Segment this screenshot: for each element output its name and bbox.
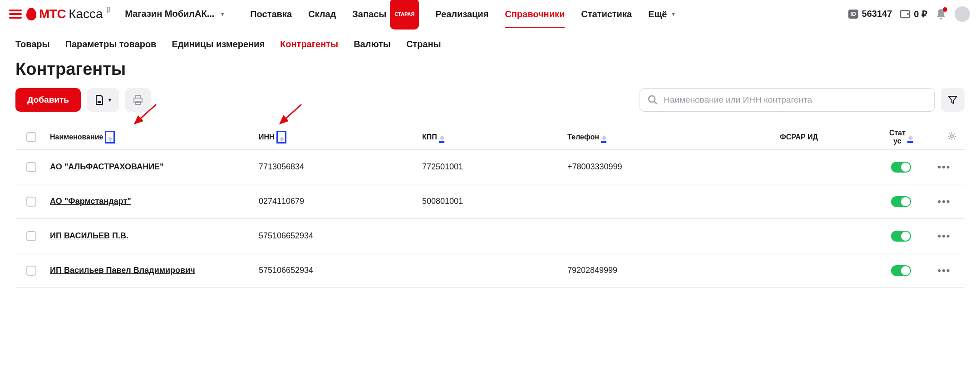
notification-dot: [943, 7, 947, 12]
chevron-down-icon: ▼: [670, 0, 676, 28]
notifications-button[interactable]: [936, 8, 946, 20]
nav-more[interactable]: Ещё ▼: [648, 0, 676, 28]
row-checkbox[interactable]: [26, 197, 36, 207]
table-row: АО "АЛЬФАСТРАХОВАНИЕ"7713056834772501001…: [15, 150, 965, 184]
account-id[interactable]: ID 563147: [848, 9, 892, 19]
th-inn[interactable]: ИНН: [259, 131, 422, 143]
svg-point-7: [649, 96, 655, 102]
cell-kpp: 500801001: [422, 197, 567, 206]
svg-point-1: [907, 13, 909, 15]
table-header: Наименование ИНН КПП Телефон ФСРАР ИД Ст…: [15, 124, 965, 150]
wallet-amount: 0 ₽: [914, 9, 927, 20]
store-name: Магазин МобилАК...: [125, 9, 214, 19]
svg-rect-4: [134, 98, 142, 103]
filter-icon: [948, 95, 958, 105]
logo-text-kassa: Касса: [69, 7, 103, 21]
counterparty-name-link[interactable]: АО "АЛЬФАСТРАХОВАНИЕ": [50, 162, 164, 171]
status-toggle[interactable]: [891, 162, 911, 173]
nav-sales[interactable]: Реализация: [435, 0, 488, 28]
row-checkbox[interactable]: [26, 162, 36, 172]
svg-point-11: [950, 135, 953, 138]
tab-currencies[interactable]: Валюты: [354, 39, 391, 49]
table-settings-button[interactable]: [947, 132, 956, 143]
page-title: Контрагенты: [15, 59, 965, 79]
row-actions-button[interactable]: •••: [937, 265, 950, 277]
old-badge: СТАРАЯ: [390, 0, 419, 30]
sub-tabs: Товары Параметры товаров Единицы измерен…: [0, 28, 980, 54]
th-fsrar[interactable]: ФСРАР ИД: [726, 133, 872, 141]
hamburger-menu[interactable]: [9, 10, 22, 19]
document-icon: [94, 94, 105, 105]
counterparty-name-link[interactable]: АО "Фармстандарт": [50, 197, 131, 206]
nav-directories[interactable]: Справочники: [505, 0, 565, 28]
svg-rect-3: [98, 101, 101, 103]
search-box[interactable]: [640, 88, 935, 112]
gear-icon: [947, 132, 956, 141]
cell-inn: 0274110679: [259, 197, 422, 206]
row-checkbox[interactable]: [26, 231, 36, 241]
add-button[interactable]: Добавить: [15, 88, 81, 112]
wallet-icon: [900, 9, 911, 19]
tab-goods[interactable]: Товары: [15, 39, 50, 49]
tab-good-params[interactable]: Параметры товаров: [65, 39, 157, 49]
chevron-down-icon: ▼: [220, 11, 225, 17]
sort-icon: [108, 137, 113, 142]
cell-kpp: 772501001: [422, 162, 567, 172]
th-name[interactable]: Наименование: [50, 131, 259, 143]
cell-inn: 575106652934: [259, 266, 422, 275]
th-phone[interactable]: Телефон: [567, 131, 726, 143]
counterparty-name-link[interactable]: ИП ВАСИЛЬЕВ П.В.: [50, 231, 128, 240]
sort-box-annotation: [105, 131, 115, 143]
tab-counterparties[interactable]: Контрагенты: [280, 39, 338, 49]
sort-icon: [280, 137, 284, 142]
sort-underline-annotation: [439, 131, 444, 143]
cell-phone: +78003330999: [567, 162, 726, 172]
status-toggle[interactable]: [891, 196, 911, 207]
th-name-label: Наименование: [50, 133, 103, 141]
th-kpp[interactable]: КПП: [422, 131, 567, 143]
status-toggle[interactable]: [891, 265, 911, 276]
th-fsrar-label: ФСРАР ИД: [780, 133, 818, 141]
counterparty-name-link[interactable]: ИП Васильев Павел Владимирович: [50, 266, 195, 275]
sort-underline-annotation: [601, 131, 606, 143]
beta-badge: β: [107, 6, 111, 13]
nav-warehouse[interactable]: Склад: [308, 0, 336, 28]
table-row: ИП Васильев Павел Владимирович5751066529…: [15, 253, 965, 288]
wallet[interactable]: 0 ₽: [900, 9, 927, 20]
print-button[interactable]: [125, 88, 151, 112]
cell-inn: 575106652934: [259, 231, 422, 241]
id-icon: ID: [848, 10, 858, 19]
chevron-down-icon: ▼: [108, 97, 113, 103]
search-icon: [647, 94, 658, 105]
th-phone-label: Телефон: [567, 133, 599, 141]
printer-icon: [132, 94, 144, 105]
cell-inn: 7713056834: [259, 162, 422, 172]
svg-line-8: [654, 101, 657, 104]
row-checkbox[interactable]: [26, 266, 36, 276]
sort-underline-annotation: [907, 131, 913, 143]
tab-units[interactable]: Единицы измерения: [172, 39, 265, 49]
main-nav: Поставка Склад Запасы СТАРАЯ Реализация …: [243, 0, 848, 28]
row-actions-button[interactable]: •••: [937, 161, 950, 173]
store-selector[interactable]: Магазин МобилАК... ▼: [125, 9, 225, 19]
select-all-checkbox[interactable]: [26, 132, 36, 142]
filter-button[interactable]: [941, 88, 965, 112]
nav-stock[interactable]: Запасы СТАРАЯ: [352, 0, 419, 28]
row-actions-button[interactable]: •••: [937, 230, 950, 242]
svg-point-2: [940, 18, 942, 20]
sort-icon: [602, 135, 606, 140]
nav-stock-label: Запасы: [352, 0, 386, 28]
nav-supply[interactable]: Поставка: [250, 0, 292, 28]
export-button[interactable]: ▼: [87, 88, 119, 112]
status-toggle[interactable]: [891, 231, 911, 242]
logo[interactable]: МТС Касса β: [26, 7, 109, 21]
user-avatar[interactable]: [955, 6, 970, 22]
th-kpp-label: КПП: [422, 133, 437, 141]
th-status[interactable]: Стат ус: [872, 129, 931, 145]
th-inn-label: ИНН: [259, 133, 275, 141]
tab-countries[interactable]: Страны: [406, 39, 441, 49]
sort-icon: [908, 135, 913, 140]
search-input[interactable]: [664, 95, 927, 105]
nav-statistics[interactable]: Статистика: [581, 0, 632, 28]
row-actions-button[interactable]: •••: [937, 196, 950, 208]
